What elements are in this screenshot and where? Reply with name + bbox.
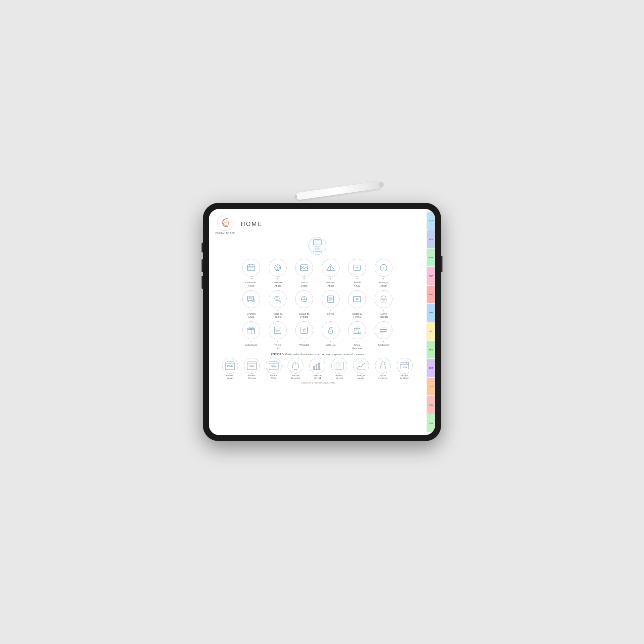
icon-circle-financas[interactable]: $ — [375, 259, 392, 277]
volume-btn-1 — [202, 243, 203, 253]
tab-fev[interactable]: FEV — [427, 230, 435, 248]
icon-circle-status[interactable] — [295, 290, 313, 308]
tab-jun[interactable]: JUN — [427, 304, 435, 322]
tab-ago[interactable]: AGO — [427, 341, 435, 359]
icon-circle-wishlist[interactable] — [295, 321, 313, 339]
label-wishlist: WishList — [299, 344, 309, 347]
magnify-gear-icon — [273, 295, 282, 304]
icon-circle-series[interactable] — [348, 290, 366, 308]
arrow-livros: ▾ — [330, 309, 331, 312]
tab-set[interactable]: SET — [427, 359, 435, 377]
logo-svg — [217, 214, 234, 231]
planner-apple-lembrete[interactable]: AppleLembrete — [373, 358, 393, 380]
icon-vision-board[interactable]: ▾ VisionBoard — [292, 259, 316, 288]
tab-mai[interactable]: MAI — [427, 286, 435, 303]
label-planner-semanal: PlannerSemanal — [248, 374, 256, 380]
icon-wishlist[interactable]: ▾ WishList — [292, 321, 316, 350]
svg-rect-94 — [318, 363, 320, 370]
svg-rect-10 — [249, 267, 250, 268]
svg-rect-12 — [252, 267, 253, 268]
play-icon — [352, 295, 362, 304]
capa-button[interactable]: CLIQUECAPA[Conteúdo] — [308, 237, 326, 255]
planner-mensal[interactable]: MÊS PlannerMensal — [220, 358, 240, 380]
icon-objetivos-anual[interactable]: ▾ ObjetivosAnual — [266, 259, 290, 288]
tab-nov[interactable]: NOV — [427, 396, 435, 414]
checklist-icon — [273, 326, 282, 335]
icon-gifts-list[interactable]: ▾ Gifts List — [319, 321, 343, 350]
icon-aniversario[interactable]: ▾ Aniversário — [239, 321, 263, 350]
icon-saude-anual[interactable]: ▾ SaúdeAnual — [345, 259, 369, 288]
icon-shop-rastreio[interactable]: ▾ ShopRastreio — [345, 321, 369, 350]
svg-rect-71 — [301, 327, 307, 334]
tab-jan[interactable]: JAN — [427, 212, 435, 230]
icon-circle-todo[interactable] — [269, 321, 287, 339]
warning-detail: Botões não são clicáveis aqui na home - … — [285, 353, 364, 356]
tab-dez[interactable]: DEZ — [427, 414, 435, 432]
tab-mar[interactable]: MAR — [427, 249, 435, 266]
icon-menu-receitas[interactable]: ▾ MenuReceitas — [372, 290, 395, 319]
icon-status-projeto[interactable]: ▾ Status doProjeto — [292, 290, 316, 319]
arrow-aniversario: ▾ — [251, 340, 252, 343]
tab-jul[interactable]: JUL — [427, 322, 435, 340]
icon-circle-calendario[interactable] — [242, 259, 260, 277]
label-gifts: Gifts List — [326, 344, 335, 347]
icon-circle-eventos[interactable] — [242, 290, 260, 308]
planner-circle-hab-mensal[interactable] — [331, 358, 347, 374]
icon-eventos-anual[interactable]: ▾ EventosAnual — [239, 290, 263, 319]
planner-circle-alimentar[interactable] — [288, 358, 303, 374]
row1-icons: ▾ CalendárioAnual — [215, 259, 419, 288]
planner-semanal[interactable]: SEM PlannerSemanal — [242, 358, 262, 380]
svg-line-76 — [358, 332, 359, 333]
planner-google-lembrete[interactable]: CAL GoogleLembrete — [394, 358, 415, 380]
planner-circle-fin-mensal[interactable] — [353, 358, 369, 374]
icon-anotacoes[interactable]: ▾ Anotações — [372, 321, 395, 350]
icon-circle-shop[interactable] — [348, 321, 366, 339]
power-btn — [441, 256, 442, 272]
planner-diario[interactable]: DIA PlannerDiário — [263, 358, 284, 380]
arrow-todo: ▾ — [277, 340, 278, 343]
icon-circle-gifts[interactable] — [322, 321, 340, 339]
capa-circle[interactable]: CLIQUECAPA[Conteúdo] — [308, 237, 326, 255]
icon-circle-vision[interactable] — [295, 259, 313, 277]
tab-abr[interactable]: ABR — [427, 267, 435, 285]
sem-icon: SEM — [247, 361, 257, 370]
planner-circle-obj-mensal[interactable] — [309, 358, 325, 374]
planner-circle-diario[interactable]: DIA — [266, 358, 282, 374]
svg-point-17 — [277, 267, 278, 268]
icon-livros[interactable]: ▾ Livros — [319, 290, 343, 319]
svg-rect-48 — [328, 296, 334, 302]
planner-habitos-mensal[interactable]: HábitosMensal — [329, 358, 349, 380]
warning-strong: ATENÇÃO! — [271, 353, 285, 356]
icon-todo-list[interactable]: ▾ To DoList — [266, 321, 290, 350]
svg-text:CAL: CAL — [402, 366, 407, 368]
icon-circle-habitos[interactable] — [322, 259, 340, 277]
planner-circle-mensal[interactable]: MÊS — [222, 358, 238, 374]
label-planner-mensal: PlannerMensal — [226, 374, 234, 380]
icon-financas-anual[interactable]: $ ▾ FinançasAnual — [372, 259, 395, 288]
icon-calendario-anual[interactable]: ▾ CalendárioAnual — [239, 259, 263, 288]
icon-circle-livros[interactable] — [322, 290, 340, 308]
svg-text:MÊS: MÊS — [227, 364, 233, 367]
planner-objetivos-mensal[interactable]: ObjetivosMensal — [307, 358, 328, 380]
dia-icon: DIA — [268, 361, 279, 370]
icon-circle-anotacoes[interactable] — [375, 321, 392, 339]
planner-alimentar[interactable]: PlannerAlimentar — [285, 358, 306, 380]
planner-circle-google[interactable]: CAL — [397, 358, 413, 374]
icon-habitos-anual[interactable]: ▾ HábitosAnual — [319, 259, 343, 288]
icon-series-filmes[interactable]: ▾ Séries &Filmes — [345, 290, 369, 319]
icon-circle-objetivos[interactable] — [269, 259, 287, 277]
icon-circle-aniversario[interactable] — [242, 321, 260, 339]
tab-out[interactable]: OUT — [427, 378, 435, 395]
coin-icon: $ — [379, 263, 388, 272]
arrow-habitos: ▾ — [330, 277, 331, 280]
chef-icon — [379, 295, 388, 304]
icon-circle-plano[interactable] — [269, 290, 287, 308]
svg-point-26 — [330, 269, 331, 270]
icon-circle-saude[interactable] — [348, 259, 366, 277]
icon-circle-receitas[interactable] — [375, 290, 392, 308]
planner-circle-apple[interactable] — [375, 358, 391, 374]
planner-financas-mensal[interactable]: FinançasMensal — [351, 358, 371, 380]
calendar-icon — [247, 263, 256, 272]
icon-plano-projeto[interactable]: ▾ Plano deProjeto — [266, 290, 290, 319]
planner-circle-semanal[interactable]: SEM — [244, 358, 260, 374]
